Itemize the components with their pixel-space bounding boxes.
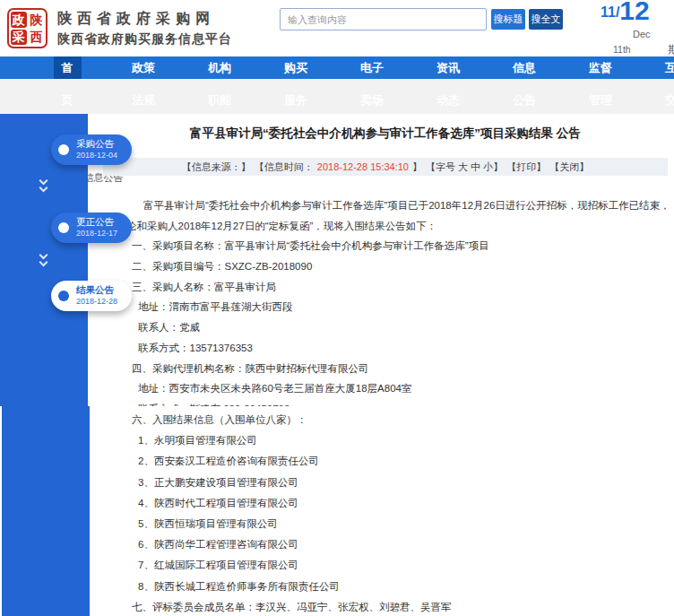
- print-button[interactable]: 【打印】: [506, 161, 546, 172]
- article-line-text: 联系方式：13571376353: [138, 343, 253, 353]
- article-line-text: 七、评标委员会成员名单：李汉兴、冯亚宁、张宏权、刘碧君、吴晋军: [132, 602, 452, 612]
- nav-item[interactable]: 互动 交流: [639, 56, 674, 108]
- timeline-item-date: 2018-12-17: [76, 229, 117, 238]
- article-line-text: 8、陕西长城工程造价师事务所有限责任公司: [138, 581, 340, 592]
- nav-item-line1: 首: [54, 56, 82, 79]
- nav-item[interactable]: 信息 公告: [487, 56, 562, 108]
- article-line-text: 富平县审计局“委托社会中介机构参与审计工作备选库”项目已于2018年12月26日…: [143, 200, 668, 211]
- nav-item-line1: 资讯: [428, 56, 468, 79]
- timeline-item-correction-notice[interactable]: 更正公告 2018-12-17: [51, 213, 132, 243]
- timeline-item-date: 2018-12-04: [76, 151, 117, 160]
- search-title-button[interactable]: 搜标题: [491, 9, 525, 30]
- article-line-text: 联系人：党威: [138, 322, 200, 333]
- article-line: 论和采购人2018年12月27日的“定标复函”，现将入围结果公告如下：: [126, 216, 668, 237]
- article-line: 3、正大鹏安建设项目管理有限公司: [126, 473, 668, 493]
- article-line: 联系方式：13571376353: [126, 338, 668, 359]
- article-line-text: 1、永明项目管理有限公司: [138, 435, 257, 446]
- nav-item-line1: 政策: [124, 56, 163, 79]
- article-line: 地址：西安市未央区未央路60号老三届首座大厦18层A804室: [126, 378, 668, 399]
- nav-item-line2: 法规: [106, 92, 181, 108]
- logo-char: 西: [29, 30, 45, 46]
- nav-item-line2: 公告: [487, 92, 562, 108]
- article-line-text: 3、正大鹏安建设项目管理有限公司: [138, 477, 298, 488]
- article-line: 七、评标委员会成员名单：李汉兴、冯亚宁、张宏权、刘碧君、吴晋军: [126, 597, 668, 616]
- timeline-item-procurement-notice[interactable]: 采购公告 2018-12-04: [51, 134, 132, 165]
- article-line-text: 论和采购人2018年12月27日的“定标复函”，现将入围结果公告如下：: [126, 221, 436, 231]
- close-button[interactable]: 【关闭】: [549, 161, 589, 172]
- nav-item-line2: 职能: [182, 92, 257, 108]
- nav-item[interactable]: 首 页: [30, 56, 105, 108]
- nav-item-line1: 电子: [352, 56, 392, 79]
- logo-char: 采: [11, 30, 27, 46]
- article-line: 六、入围结果信息（入围单位八家）：: [126, 410, 668, 430]
- article-line-text: 4、陕西时代工程项目管理有限公司: [138, 498, 298, 508]
- article-line: 联系方式：靳建东 029-86450708: [126, 399, 668, 406]
- timeline-down-arrows-icon: [37, 251, 49, 265]
- nav-item-line2: 交流: [639, 92, 674, 108]
- article-line: 8、陕西长城工程造价师事务所有限责任公司: [126, 577, 668, 597]
- article-line: 四、采购代理机构名称：陕西中财招标代理有限公司: [126, 359, 668, 379]
- nav-item[interactable]: 机构 职能: [182, 56, 257, 108]
- article-line-text: 三、采购人名称：富平县审计局: [132, 282, 276, 292]
- nav-item[interactable]: 电子 卖场: [334, 56, 410, 108]
- search-fulltext-button[interactable]: 搜全文: [529, 9, 563, 30]
- article-line-text: 7、红城国际工程项目管理有限公司: [138, 560, 298, 570]
- article-body-top: 富平县审计局“委托社会中介机构参与审计工作备选库”项目已于2018年12月26日…: [126, 195, 668, 406]
- article-body-bottom: 六、入围结果信息（入围单位八家）：1、永明项目管理有限公司2、西安秦汉工程造价咨…: [126, 410, 668, 616]
- timeline-sidebar-lower: [2, 406, 90, 616]
- page-title: 富平县审计局“委托社会中介机构参与审计工作备选库”项目采购结果 公告: [125, 126, 645, 142]
- nav-item-line1: 互动: [657, 56, 674, 79]
- article-line-text: 6、陕西尚华工程管理咨询有限公司: [138, 539, 298, 550]
- timeline-down-arrows-icon: [37, 177, 49, 191]
- nav-item[interactable]: 购买 服务: [258, 56, 333, 108]
- article-line: 二、采购项目编号：SXZC-ZB-2018090: [126, 256, 668, 277]
- article-line: 1、永明项目管理有限公司: [126, 430, 668, 451]
- meta-time-close: 】: [412, 161, 422, 172]
- article-line-text: 2、西安秦汉工程造价咨询有限责任公司: [138, 455, 319, 466]
- article-line: 一、采购项目名称：富平县审计局“委托社会中介机构参与审计工作备选库”项目: [126, 236, 668, 256]
- article-line: 5、陕西恒瑞项目管理有限公司: [126, 514, 668, 534]
- article-line: 地址：渭南市富平县莲湖大街西段: [126, 297, 668, 317]
- article-line-text: 地址：西安市未央区未央路60号老三届首座大厦18层A804室: [138, 383, 411, 394]
- date-month-en: Dec: [633, 29, 651, 39]
- date-weekday-partial: 期: [668, 42, 674, 57]
- nav-item[interactable]: 资讯 动态: [410, 56, 486, 108]
- article-line: 三、采购人名称：富平县审计局: [126, 277, 668, 298]
- article-line: 7、红城国际工程项目管理有限公司: [126, 555, 668, 576]
- nav-item[interactable]: 政策 法规: [106, 56, 181, 108]
- article-line-text: 5、陕西恒瑞项目管理有限公司: [138, 518, 278, 529]
- date-widget: 11/ 12: [601, 0, 650, 23]
- nav-item[interactable]: 监督 管理: [563, 56, 638, 108]
- nav-item-line2: 页: [30, 92, 105, 108]
- article-line-text: 六、入围结果信息（入围单位八家）：: [132, 414, 307, 425]
- meta-source: 【信息来源：】: [182, 161, 251, 172]
- date-day-month: 11/: [601, 4, 619, 21]
- article-line-text: 四、采购代理机构名称：陕西中财招标代理有限公司: [132, 363, 369, 374]
- site-header: 政 陕 采 西 陕西省政府采购网 陕西省政府购买服务信息平台 搜标题 搜全文 1…: [0, 0, 674, 56]
- logo-char: 政: [11, 12, 27, 28]
- article-line-text: 二、采购项目编号：SXZC-ZB-2018090: [132, 261, 312, 272]
- date-day-ordinal: 11th: [613, 44, 631, 55]
- nav-item-line2: 服务: [258, 92, 333, 108]
- timeline-item-result-notice[interactable]: 结果公告 2018-12-28: [51, 281, 132, 311]
- site-title: 陕西省政府采购网: [57, 9, 232, 29]
- timeline-dot: [58, 222, 69, 233]
- search-input[interactable]: [280, 8, 487, 30]
- date-month-number: 12: [619, 0, 649, 23]
- timeline-item-title: 更正公告: [76, 216, 114, 229]
- nav-item-line2: 管理: [563, 92, 638, 108]
- article-line: 4、陕西时代工程项目管理有限公司: [126, 493, 668, 514]
- article-line-text: 一、采购项目名称：富平县审计局“委托社会中介机构参与审计工作备选库”项目: [132, 240, 489, 251]
- meta-fontsize-controls[interactable]: 【字号 大 中 小】: [426, 161, 503, 172]
- article-line: 2、西安秦汉工程造价咨询有限责任公司: [126, 451, 668, 472]
- nav-item-line2: 卖场: [334, 92, 410, 108]
- logo-char: 陕: [29, 12, 45, 28]
- site-logo[interactable]: 政 陕 采 西: [7, 8, 48, 48]
- article-line: 6、陕西尚华工程管理咨询有限公司: [126, 534, 668, 555]
- timeline-item-date: 2018-12-28: [76, 297, 117, 306]
- nav-item-line2: 动态: [410, 92, 486, 108]
- nav-item-line1: 监督: [581, 56, 620, 79]
- article-line-text: 联系方式：靳建东 029-86450708: [138, 403, 289, 406]
- timeline-dot: [58, 291, 69, 301]
- article-meta-bar: 【信息来源：】【信息时间：2018-12-28 15:34:10】【字号 大 中…: [103, 158, 668, 176]
